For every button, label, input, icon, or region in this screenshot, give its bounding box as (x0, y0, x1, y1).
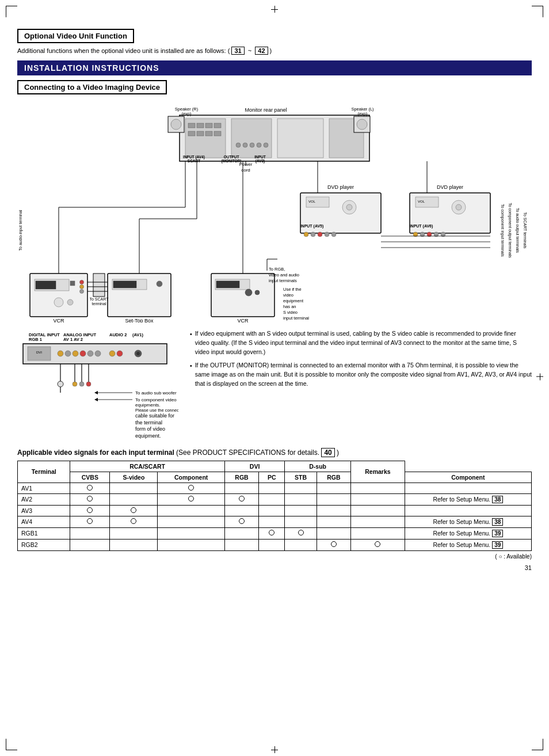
circle-mark (131, 507, 136, 513)
col-remarks: Remarks (351, 461, 405, 483)
connecting-header: Connecting to a Video Imaging Device (17, 80, 167, 94)
bullet-dot-2: • (190, 362, 192, 388)
bullet-2: • If the OUTPUT (MONITOR) terminal is co… (190, 361, 532, 388)
col-dsub: D-sub (285, 461, 351, 472)
bullet-text-2: If the OUTPUT (MONITOR) terminal is conn… (195, 361, 532, 388)
svg-rect-11 (197, 131, 204, 136)
svg-text:SCART: SCART (188, 159, 200, 163)
table-row: AV3 (18, 505, 532, 516)
bottom-diagram-svg: DIGITAL INPUT RGB 1 ANALOG INPUT AV 1 AV… (17, 329, 178, 413)
svg-text:equipments.: equipments. (135, 402, 161, 408)
svg-point-40 (346, 204, 352, 210)
svg-text:VCR: VCR (237, 318, 249, 322)
cell-pc (259, 527, 285, 539)
svg-point-44 (311, 232, 315, 237)
cell-component (158, 516, 224, 527)
cell-cvbs (70, 505, 110, 516)
col-svideo: S-video (110, 472, 158, 483)
cell-rgb-dsub (317, 539, 350, 550)
ref-box: 39 (492, 530, 503, 537)
col-cvbs: CVBS (70, 472, 110, 483)
crosshair-bottom (271, 746, 278, 750)
cell-component-dsub (351, 493, 405, 505)
svg-text:DVI: DVI (36, 351, 42, 354)
cell-svideo (110, 493, 158, 505)
cell-rgb-dvi (224, 483, 258, 493)
table-row: AV1 (18, 483, 532, 493)
svg-marker-148 (94, 398, 98, 401)
svg-rect-64 (70, 281, 75, 286)
svg-point-45 (318, 232, 322, 237)
svg-point-128 (80, 351, 86, 356)
cell-remarks (405, 483, 531, 493)
cell-rgb-dsub (317, 493, 350, 505)
svg-rect-10 (188, 131, 195, 136)
svg-point-35 (264, 143, 268, 147)
svg-text:To RGB,: To RGB, (269, 267, 285, 272)
cell-terminal: AV3 (18, 505, 70, 516)
svg-text:To component video: To component video (135, 397, 177, 402)
svg-text:S video: S video (283, 310, 298, 315)
circle-mark (87, 507, 93, 513)
cell-terminal: RGB2 (18, 539, 70, 550)
svg-point-34 (257, 143, 261, 147)
col-component: Component (158, 472, 224, 483)
ovuf-header: Optional Video Unit Function (17, 29, 134, 43)
applicable-header: Applicable video signals for each input … (17, 448, 532, 457)
svg-rect-4 (277, 119, 323, 158)
bullet-text-section: • If video equipment with an S video out… (190, 329, 532, 393)
crosshair-right (536, 376, 543, 380)
svg-text:INPUT: INPUT (254, 155, 266, 159)
bottom-left-diagram: DIGITAL INPUT RGB 1 ANALOG INPUT AV 1 AV… (17, 329, 178, 440)
svg-rect-13 (214, 131, 221, 136)
cable-note: cable suitable for the terminalform of v… (135, 413, 178, 440)
svg-text:To SCART terminals: To SCART terminals (523, 212, 527, 249)
cell-stb (285, 483, 317, 493)
cell-stb (285, 539, 317, 550)
bottom-section: DIGITAL INPUT RGB 1 ANALOG INPUT AV 1 AV… (17, 329, 532, 440)
applicable-title: Applicable video signals for each input … (17, 449, 174, 457)
svg-text:VCR: VCR (53, 318, 64, 322)
circle-mark (131, 518, 136, 524)
svg-point-47 (331, 232, 336, 237)
svg-rect-12 (205, 131, 212, 136)
signal-table: Terminal RCA/SCART DVI D-sub Remarks CVB… (17, 461, 532, 551)
circle-mark (188, 496, 194, 502)
svg-text:VOL: VOL (308, 200, 316, 203)
cell-rgb-dvi (224, 493, 258, 505)
svg-point-43 (304, 232, 308, 237)
install-banner: INSTALLATION INSTRUCTIONS (17, 60, 532, 75)
cell-rgb-dvi (224, 516, 258, 527)
svg-text:AV 1   AV 2: AV 1 AV 2 (63, 337, 83, 342)
cell-cvbs (70, 493, 110, 505)
bullet-dot-1: • (190, 330, 192, 356)
svg-point-52 (456, 204, 462, 210)
svg-text:RGB 1: RGB 1 (29, 337, 42, 342)
svg-text:(MONITOR): (MONITOR) (222, 159, 242, 164)
table-row: RGB2 Refer to Setup Menu. 39 (18, 539, 532, 550)
svg-rect-75 (216, 281, 239, 288)
svg-point-21 (357, 119, 367, 130)
svg-text:AUDIO 2: AUDIO 2 (109, 332, 127, 337)
col-stb: STB (285, 472, 317, 483)
svg-point-17 (171, 119, 181, 130)
cell-terminal: AV4 (18, 516, 70, 527)
svg-text:INPUT (AV5): INPUT (AV5) (300, 224, 324, 229)
cell-component-dsub (351, 516, 405, 527)
svg-point-76 (245, 289, 252, 296)
svg-text:(exp): (exp) (181, 111, 192, 116)
svg-text:To audio output terminals: To audio output terminals (515, 208, 520, 253)
cell-remarks: Refer to Setup Menu. 39 (405, 539, 531, 550)
svg-text:To component input terminals: To component input terminals (500, 204, 505, 257)
cell-svideo (110, 527, 158, 539)
cell-pc (259, 483, 285, 493)
corner-mark-bl (6, 739, 17, 750)
svg-text:OUTPUT: OUTPUT (224, 155, 239, 159)
svg-point-132 (117, 351, 123, 356)
svg-point-71 (157, 281, 162, 287)
svg-marker-145 (94, 391, 98, 394)
svg-point-130 (95, 351, 101, 356)
svg-text:terminal: terminal (92, 302, 106, 306)
ovuf-title: Optional Video Unit Function (24, 32, 127, 40)
cell-rgb-dvi (224, 527, 258, 539)
